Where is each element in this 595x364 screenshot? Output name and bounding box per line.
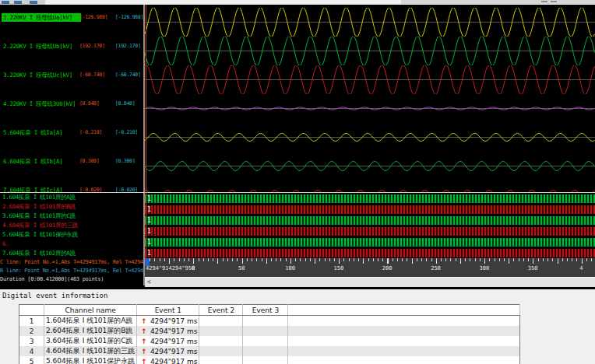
ruler-tick-label: 350 xyxy=(528,265,538,271)
analog-channel-label[interactable]: 4.220KV I 段母线3U0[kV] xyxy=(2,100,77,108)
ruler-tick-label: 200 xyxy=(382,265,393,271)
digital-channel-label[interactable]: 4.604拓泉 I 线101屏的三跳 xyxy=(0,221,143,230)
digital-trace-value: 1 xyxy=(147,228,151,235)
cursor2-value: [-0.210] xyxy=(115,128,138,137)
event3-cell xyxy=(243,336,288,346)
status-c-line: C line: Point No.=1,Abs T=4294917ms, Rel… xyxy=(0,258,143,267)
event1-cell: ↑4294"917 ms xyxy=(137,336,199,346)
waveform-svg xyxy=(145,8,595,37)
toolbar-icon[interactable] xyxy=(30,1,37,4)
analog-channel-label[interactable]: 2.220KV I 段母线Ub[kV] xyxy=(2,42,74,51)
section-divider xyxy=(0,192,595,193)
digital-trace-value: 1 xyxy=(147,217,151,224)
window-control-icon[interactable] xyxy=(541,1,547,2)
digital-channel-label[interactable]: 3.604拓泉 I 线101屏的C跳 xyxy=(0,212,143,221)
ruler-cursor-times: 4294"914294"950 xyxy=(146,265,195,271)
analog-channel-label[interactable]: 1.220KV I 段母线Ua[kV] xyxy=(2,13,81,22)
analog-waveform-area[interactable] xyxy=(145,5,595,192)
waveform-row xyxy=(145,152,595,180)
row-number: 3 xyxy=(19,336,44,346)
cursor1-value: [0.300] xyxy=(79,157,99,166)
cursor1-value: [-126.980] xyxy=(79,13,107,22)
digital-trace-bar: 1 xyxy=(145,216,595,225)
cursor1-value: [-0.210] xyxy=(79,128,102,137)
table-row[interactable]: 44.604拓泉 I 线101屏的三跳↑4294"917 ms xyxy=(19,346,520,356)
analog-channel-row[interactable]: 2.220KV I 段母线Ub[kV][192.170][192.170] xyxy=(0,42,143,51)
channel-name-cell: 3.604拓泉 I 线101屏的C跳 xyxy=(44,336,137,346)
digital-channel-label[interactable]: 6. xyxy=(0,240,143,249)
cursor1-value: [192.170] xyxy=(79,42,105,51)
event1-cell: ↑4294"917 ms xyxy=(137,356,199,364)
event2-cell xyxy=(199,326,243,336)
cursor-status-panel: C line: Point No.=1,Abs T=4294917ms, Rel… xyxy=(0,258,143,285)
filler-cell xyxy=(288,316,520,327)
event-rise-arrow-icon: ↑ xyxy=(141,317,147,325)
toolbar-icon[interactable] xyxy=(2,1,9,4)
digital-channel-label[interactable]: 7.604拓泉 I 线102屏的A跳 xyxy=(0,249,143,258)
digital-trace-bar: 1 xyxy=(145,194,595,203)
h-scrollbar[interactable]: < xyxy=(145,277,595,287)
table-row[interactable]: 22.604拓泉 I 线101屏的B跳↑4294"917 ms xyxy=(19,326,520,336)
digital-channel-label[interactable]: 2.604拓泉 I 线101屏的B跳 xyxy=(0,202,143,212)
table-row[interactable]: 11.604拓泉 I 线101屏的A跳↑4294"917 ms xyxy=(19,316,520,327)
col-header xyxy=(19,305,44,316)
waveform-svg xyxy=(145,37,595,65)
scroll-left-arrow[interactable]: < xyxy=(147,278,151,286)
row-number: 4 xyxy=(19,346,44,356)
analog-channel-row[interactable]: 6.604拓泉 I 线Ib[A][0.300][0.300] xyxy=(0,157,143,166)
event-time: 4294"917 ms xyxy=(150,348,198,355)
filler-cell xyxy=(288,346,520,356)
channel-name-cell: 5.604拓泉 I 线101保护永跳 xyxy=(44,356,137,364)
analog-channel-label[interactable]: 5.604拓泉 I 线Ia[A] xyxy=(2,128,64,137)
window-control-icon[interactable] xyxy=(551,1,557,2)
digital-trace-value: 1 xyxy=(147,206,151,213)
waveform-row xyxy=(145,65,595,94)
waveform-svg xyxy=(145,152,595,180)
analog-channel-row[interactable]: 1.220KV I 段母线Ua[kV][-126.980][-126.980] xyxy=(0,13,143,22)
event2-cell xyxy=(199,356,243,364)
table-row[interactable]: 55.604拓泉 I 线101保护永跳↑4294"917 ms xyxy=(19,356,520,364)
event-rise-arrow-icon: ↑ xyxy=(141,358,147,364)
ruler-tick-label: 300 xyxy=(479,265,489,271)
analog-channel-row[interactable]: 4.220KV I 段母线3U0[kV][0.840][0.840] xyxy=(0,100,143,108)
event1-cell: ↑4294"917 ms xyxy=(137,316,199,327)
digital-channel-label[interactable]: 5.604拓泉 I 线101保护永跳 xyxy=(0,230,143,240)
digital-trace-area[interactable]: 111111 xyxy=(145,193,595,258)
analog-channel-label[interactable]: 3.220KV I 段母线Uc[kV] xyxy=(2,71,74,79)
digital-trace-bar: 1 xyxy=(145,227,595,236)
waveform-svg xyxy=(145,180,595,193)
c-cursor-line[interactable] xyxy=(146,5,146,258)
analog-channel-row[interactable]: 3.220KV I 段母线Uc[kV][-60.740][-60.740] xyxy=(0,71,143,79)
digital-trace-value: 1 xyxy=(147,250,151,257)
cursor1-value: [0.840] xyxy=(79,100,99,108)
toolbar-icon[interactable] xyxy=(14,1,22,4)
channel-name-cell: 4.604拓泉 I 线101屏的三跳 xyxy=(44,346,137,356)
filler-cell xyxy=(288,356,520,364)
analog-channel-label[interactable]: 6.604拓泉 I 线Ib[A] xyxy=(2,157,64,166)
cursor2-value: [-60.740] xyxy=(115,71,141,79)
waveform-svg xyxy=(145,94,595,123)
waveform-row xyxy=(145,180,595,193)
row-number: 5 xyxy=(19,356,44,364)
table-row[interactable]: 33.604拓泉 I 线101屏的C跳↑4294"917 ms xyxy=(19,336,520,346)
digital-trace-bar: 1 xyxy=(145,238,595,247)
digital-channel-label[interactable]: 1.604拓泉 I 线101屏的A跳 xyxy=(0,193,143,202)
event3-cell xyxy=(243,356,288,364)
channel-list-panel: 1.220KV I 段母线Ua[kV][-126.980][-126.980]2… xyxy=(0,5,143,285)
analog-channel-row[interactable]: 5.604拓泉 I 线Ia[A][-0.210][-0.210] xyxy=(0,128,143,137)
waveform-row xyxy=(145,37,595,65)
event-rise-arrow-icon: ↑ xyxy=(141,348,147,355)
status-r-line: R line: Point No.=1,Abs T=4294917ms, Rel… xyxy=(0,267,143,275)
row-number: 2 xyxy=(19,326,44,336)
cursor2-value: [0.840] xyxy=(115,100,135,108)
fault-recorder-window: 1.220KV I 段母线Ua[kV][-126.980][-126.980]2… xyxy=(0,0,595,364)
digital-event-panel: Digital event information Channel nameEv… xyxy=(0,289,595,364)
time-ruler: 4294"914294"950 0501001502002503003504 xyxy=(145,258,595,277)
col-header: Channel name xyxy=(44,305,137,316)
event-table: Channel nameEvent 1Event 2Event 311.604拓… xyxy=(19,304,520,364)
col-header: Event 2 xyxy=(199,305,243,316)
section-title: Digital event information xyxy=(2,292,107,299)
waveform-viewer: 1.220KV I 段母线Ua[kV][-126.980][-126.980]2… xyxy=(0,5,595,289)
digital-trace-bar: 1 xyxy=(145,249,595,257)
waveform-row xyxy=(145,123,595,152)
